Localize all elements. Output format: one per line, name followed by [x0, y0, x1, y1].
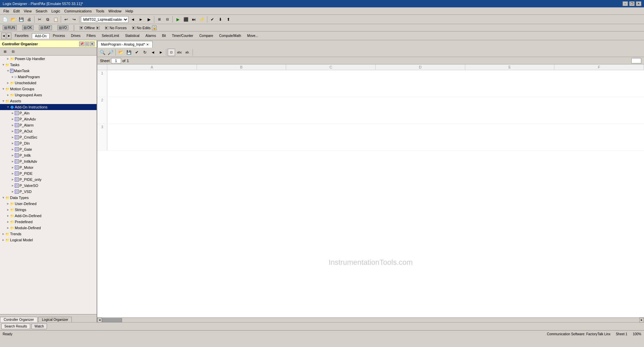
instr-tab-drives[interactable]: Drives	[68, 33, 83, 38]
menu-view[interactable]: View	[22, 8, 34, 14]
minimize-btn[interactable]: −	[623, 1, 628, 6]
bottom-tab-1[interactable]: Watch	[32, 324, 47, 329]
sheet-num-input[interactable]	[111, 58, 121, 63]
routine-dropdown[interactable]: MMT02_LiqHeatEnable	[81, 16, 128, 23]
expander-p-intlkadv[interactable]: ►	[11, 159, 15, 163]
tree-item-data-types[interactable]: ▼ 📁 Data Types	[0, 195, 97, 201]
tree-item-maintask[interactable]: ▼ T MainTask	[0, 68, 97, 74]
row-content-2[interactable]	[107, 97, 644, 123]
menu-help[interactable]: Help	[123, 8, 135, 14]
instr-tab-alarms[interactable]: Alarms	[143, 33, 159, 38]
ed-tag-btn[interactable]: ab.	[184, 49, 191, 56]
tree-item-motion-groups[interactable]: ▼ 📁 Motion Groups	[0, 86, 97, 92]
menu-file[interactable]: File	[1, 8, 11, 14]
tree-item-unscheduled[interactable]: ► 📁 Unscheduled	[0, 80, 97, 86]
instr-left-arrow[interactable]: ◄	[1, 33, 6, 39]
float-btn[interactable]: □	[85, 42, 89, 46]
expander-p-din[interactable]: ►	[11, 141, 15, 145]
download-btn[interactable]: ⬇	[217, 16, 224, 23]
tree-item-power-up[interactable]: ► 📁 Power-Up Handler	[0, 56, 97, 62]
task-btn[interactable]: ⊞	[156, 16, 163, 23]
expander-trends[interactable]: ►	[1, 232, 5, 236]
instr-tab-compute-math[interactable]: Compute/Math	[216, 33, 244, 38]
h-scroll-thumb[interactable]	[102, 318, 122, 322]
instr-tab-bit[interactable]: Bit	[159, 33, 169, 38]
menu-logic[interactable]: Logic	[49, 8, 62, 14]
cut-btn[interactable]: ✂	[36, 16, 43, 23]
ladder-area[interactable]: ABCDEF 1 2 3 InstrumentationTools.com	[97, 64, 644, 317]
zoom-out-btn[interactable]: 🔎	[107, 49, 114, 56]
expander-p-alarm[interactable]: ►	[11, 123, 15, 127]
expander-assets[interactable]: ▼	[1, 99, 5, 103]
instr-tab-process[interactable]: Process	[50, 33, 68, 38]
expander-unscheduled[interactable]: ►	[6, 81, 10, 85]
tree-item-user-defined[interactable]: ► 📁 User-Defined	[0, 201, 97, 207]
instr-tab-compare[interactable]: Compare	[197, 33, 216, 38]
expander-data-types[interactable]: ▼	[1, 196, 5, 200]
panel-close-btn[interactable]: ✕	[90, 42, 95, 46]
menu-communications[interactable]: Communications	[62, 8, 94, 14]
left-tab-0[interactable]: Controller Organizer	[0, 317, 38, 322]
tree-item-logical-model[interactable]: ► 📁 Logical Model	[0, 237, 97, 243]
tree-item-assets[interactable]: ▼ 📁 Assets	[0, 98, 97, 104]
editor-tab-close[interactable]: ✕	[146, 43, 149, 46]
next-btn[interactable]: ►	[137, 16, 145, 23]
instr-tab-favorites[interactable]: Favorites	[12, 33, 31, 38]
ed-right-btn[interactable]: ►	[157, 49, 165, 56]
menu-edit[interactable]: Edit	[11, 8, 22, 14]
tree-item-p-ain[interactable]: ► ⊡ P_AIn	[0, 110, 97, 116]
expander-logical-model[interactable]: ►	[1, 238, 5, 242]
open-btn[interactable]: 📂	[9, 16, 17, 23]
row-content-3[interactable]	[107, 124, 644, 150]
expander-p-intlk[interactable]: ►	[11, 153, 15, 157]
tree-item-strings[interactable]: ► 📁 Strings	[0, 207, 97, 213]
redo-btn[interactable]: ↪	[70, 16, 78, 23]
expander-p-cmdsrc[interactable]: ►	[11, 135, 15, 139]
expander-user-defined[interactable]: ►	[6, 202, 10, 206]
tree-item-p-ainadv[interactable]: ► ⊡ P_AInAdv	[0, 116, 97, 122]
tree-item-predefined[interactable]: ► 📁 Predefined	[0, 219, 97, 225]
run-btn[interactable]: ▶	[174, 16, 181, 23]
tree-item-p-gate[interactable]: ► ⊡ P_Gate	[0, 146, 97, 152]
tree-item-p-intlkadv[interactable]: ► ⊡ P_IntlkAdv	[0, 158, 97, 164]
menu-tools[interactable]: Tools	[94, 8, 106, 14]
tree-item-p-pide-only[interactable]: ► ⊡ P_PIDE_only	[0, 177, 97, 183]
paste-btn[interactable]: 📋	[52, 16, 59, 23]
tree-btn2[interactable]: ⊟	[9, 48, 17, 55]
expander-motion-groups[interactable]: ▼	[1, 87, 5, 91]
instr-right-arrow[interactable]: ►	[7, 33, 11, 39]
new-btn[interactable]: 📄	[1, 16, 9, 23]
expander-p-ainadv[interactable]: ►	[11, 117, 15, 121]
tree-item-p-motor[interactable]: ► ⊡ P_Motor	[0, 164, 97, 170]
step-btn[interactable]: ⏭	[190, 16, 198, 23]
maximize-btn[interactable]: ❐	[629, 1, 635, 6]
zoom-in-btn[interactable]: 🔍	[99, 49, 106, 56]
upload-btn[interactable]: ⬆	[225, 16, 232, 23]
tree-item-ungrouped-axes[interactable]: ► 📁 Ungrouped Axes	[0, 92, 97, 98]
tree-item-p-cmdsrc[interactable]: ► ⊡ P_CmdSrc	[0, 134, 97, 140]
instr-tab-move---[interactable]: Move...	[245, 33, 261, 38]
flash-btn[interactable]: ⚡	[198, 16, 206, 23]
expander-add-on-defined[interactable]: ►	[6, 214, 10, 218]
expander-tasks[interactable]: ▼	[1, 63, 5, 67]
expander-p-gate[interactable]: ►	[11, 147, 15, 151]
ed-refresh-btn[interactable]: ↻	[141, 49, 149, 56]
expander-p-valveso[interactable]: ►	[11, 184, 15, 188]
bottom-tab-0[interactable]: Search Results	[1, 324, 30, 329]
expander-power-up[interactable]: ►	[6, 57, 10, 61]
tree-item-p-aout[interactable]: ► ⊡ P_AOut	[0, 128, 97, 134]
ed-rung-btn[interactable]: ⊡	[168, 49, 175, 56]
expander-p-ain[interactable]: ►	[11, 111, 15, 115]
expander-ungrouped-axes[interactable]: ►	[6, 93, 10, 97]
prev-btn[interactable]: ◄	[129, 16, 137, 23]
tree-btn1[interactable]: ⊞	[1, 48, 9, 55]
prog-btn[interactable]: ⊟	[164, 16, 171, 23]
instr-tab-filters[interactable]: Filters	[84, 33, 98, 38]
expander-strings[interactable]: ►	[6, 208, 10, 212]
row-content-1[interactable]	[107, 70, 644, 97]
tree-item-add-on-instr[interactable]: ▼ 🔷 Add-On Instructions	[0, 104, 97, 110]
tree-item-p-alarm[interactable]: ► ⊡ P_Alarm	[0, 122, 97, 128]
instr-tab-select-limit[interactable]: Select/Limit	[99, 33, 122, 38]
pin-btn[interactable]: 📌	[79, 42, 84, 46]
instr-tab-timer-counter[interactable]: Timer/Counter	[169, 33, 196, 38]
